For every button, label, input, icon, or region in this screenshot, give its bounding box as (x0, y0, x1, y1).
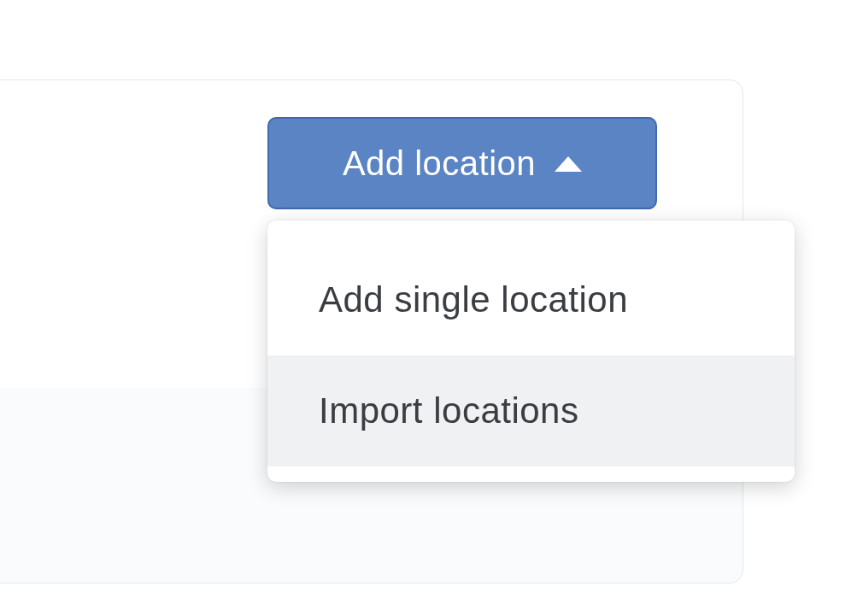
caret-up-icon (555, 156, 582, 172)
add-location-button-label: Add location (343, 144, 536, 183)
menu-item-label: Import locations (319, 390, 578, 431)
menu-item-label: Add single location (319, 279, 628, 320)
menu-item-import-locations[interactable]: Import locations (267, 355, 795, 466)
add-location-button[interactable]: Add location (267, 117, 657, 209)
menu-item-add-single-location[interactable]: Add single location (267, 244, 795, 355)
add-location-menu: Add single location Import locations (267, 220, 795, 482)
